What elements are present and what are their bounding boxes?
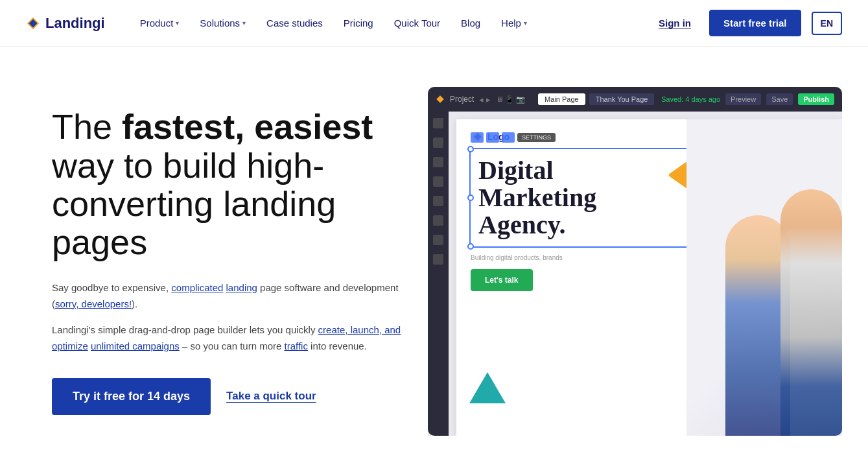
sidebar-layers-icon [433,137,443,148]
hero-section: The fastest, easiest way to build high-c… [0,47,868,463]
nav-pricing[interactable]: Pricing [334,12,382,34]
hero-cta: Try it free for 14 days Take a quick tou… [52,378,402,415]
handle-ml [467,195,474,201]
editor-body: Logo SETTINGS [428,112,842,436]
sidebar-image-icon [433,196,443,206]
handle-bl [467,243,474,250]
editor-publish-btn[interactable]: Publish [798,93,834,105]
sidebar-cursor-icon [433,118,443,128]
canvas-handle-btn3 [502,132,515,143]
logo-icon [26,16,40,30]
nav-help[interactable]: Help ▾ [492,12,536,34]
editor-canvas: Logo SETTINGS [449,112,842,436]
hero-secondary-cta[interactable]: Take a quick tour [226,390,316,403]
hero-right: Project ◂ ▸ 🖥 📱 📷 Main Page Thank You Pa… [428,87,842,436]
handle-tl [467,146,474,152]
canvas-settings-label: SETTINGS [517,133,556,142]
editor-saved-text: Saved: 4 days ago [661,95,720,103]
editor-tab-main[interactable]: Main Page [538,93,585,105]
editor-project-label: Project [450,95,474,104]
nav-product[interactable]: Product ▾ [131,12,189,34]
logo-text: Landingi [45,15,105,32]
editor-topbar-left: Project ◂ ▸ 🖥 📱 📷 [436,95,525,104]
editor-preview-btn[interactable]: Preview [725,93,761,105]
editor-topbar: Project ◂ ▸ 🖥 📱 📷 Main Page Thank You Pa… [428,87,842,112]
language-button[interactable]: EN [812,12,842,35]
sidebar-code-icon [433,254,443,265]
sidebar-add-icon [433,157,443,167]
chevron-down-icon: ▾ [524,19,527,27]
nav-blog[interactable]: Blog [452,12,489,34]
editor-sidebar [428,112,449,436]
editor-logo-icon [436,95,445,104]
sidebar-settings-icon [433,215,443,226]
canvas-settings-bar: SETTINGS [471,132,556,143]
editor-device-icons: 🖥 📱 📷 [496,95,525,104]
hero-heading-bold: fastest, easiest [122,107,373,146]
chevron-down-icon: ▾ [242,19,246,27]
person-male [780,189,842,436]
canvas-handle-btn [471,132,484,143]
chevron-down-icon: ▾ [176,19,179,27]
nav-case-studies[interactable]: Case studies [257,12,332,34]
editor-nav-icons: ◂ ▸ [479,95,491,104]
hero-primary-cta[interactable]: Try it free for 14 days [52,378,211,415]
nav-quick-tour[interactable]: Quick Tour [385,12,449,34]
editor-tab-thankyou[interactable]: Thank You Page [589,93,655,105]
canvas-page: Logo SETTINGS [456,119,842,436]
sign-in-button[interactable]: Sign in [651,12,699,34]
editor-mockup: Project ◂ ▸ 🖥 📱 📷 Main Page Thank You Pa… [428,87,842,436]
hero-desc-1: Say goodbye to expensive, complicated la… [52,280,402,313]
hero-left: The fastest, easiest way to build high-c… [52,108,402,415]
nav-right: Sign in Start free trial EN [651,10,842,36]
editor-tabs: Main Page Thank You Page [538,93,654,105]
editor-save-btn[interactable]: Save [766,93,793,105]
svg-marker-2 [436,95,444,103]
canvas-cta-button[interactable]: Let's talk [471,269,533,291]
start-trial-button[interactable]: Start free trial [709,10,801,36]
navbar: Landingi Product ▾ Solutions ▾ Case stud… [0,0,868,47]
shape-teal [469,372,506,403]
nav-links: Product ▾ Solutions ▾ Case studies Prici… [131,12,651,34]
canvas-handle-btn2 [486,132,499,143]
person-area [686,119,842,436]
editor-topbar-right: Saved: 4 days ago Preview Save Publish [661,93,834,105]
hero-desc-2: Landingi's simple drag-and-drop page bui… [52,322,402,355]
hero-heading: The fastest, easiest way to build high-c… [52,108,402,262]
sidebar-text-icon [433,176,443,187]
logo[interactable]: Landingi [26,15,105,32]
nav-solutions[interactable]: Solutions ▾ [191,12,255,34]
sidebar-resize-icon [433,235,443,245]
